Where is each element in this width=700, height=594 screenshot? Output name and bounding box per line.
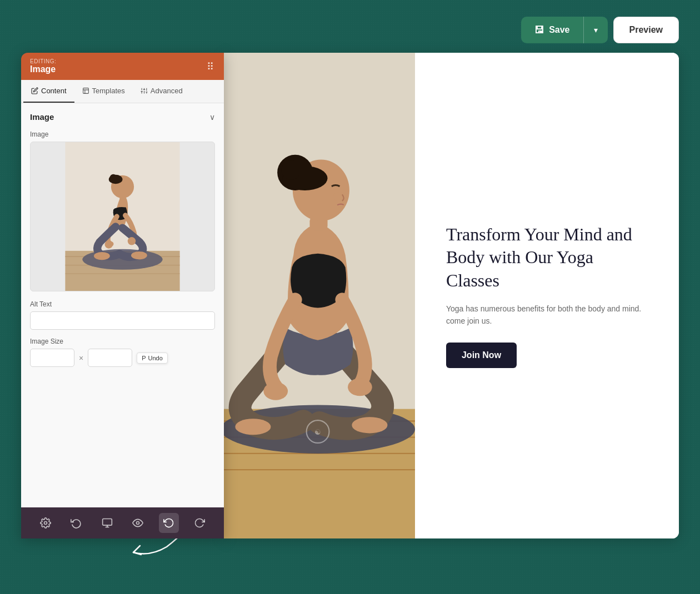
yoga-hero-svg: ☯ <box>224 53 415 538</box>
settings-icon <box>40 517 51 528</box>
svg-point-18 <box>110 174 117 181</box>
svg-point-20 <box>94 252 110 260</box>
svg-point-43 <box>348 378 372 396</box>
preview-area: ☯ Transform Your Mind and Body with Our … <box>224 53 679 538</box>
preview-mode-button[interactable] <box>128 513 148 533</box>
svg-point-23 <box>128 237 136 245</box>
template-icon <box>82 87 89 94</box>
section-title: Image <box>30 112 54 122</box>
save-icon: 🖫 <box>534 24 544 36</box>
grid-icon: ⠿ <box>207 61 215 73</box>
alt-text-input[interactable] <box>30 311 215 330</box>
tab-content[interactable]: Content <box>23 80 74 103</box>
image-field-group: Image <box>30 130 215 291</box>
size-row: × P Undo <box>30 349 215 367</box>
svg-point-44 <box>235 419 271 435</box>
svg-point-22 <box>105 240 113 248</box>
svg-point-28 <box>137 522 139 525</box>
svg-rect-25 <box>102 519 112 526</box>
undo-icon-small: P <box>142 355 146 361</box>
top-toolbar: 🖫 Save ▾ Preview <box>21 17 679 43</box>
alt-text-field-group: Alt Text <box>30 300 215 330</box>
svg-point-45 <box>352 417 387 433</box>
join-now-button[interactable]: Join Now <box>446 343 517 368</box>
tab-advanced[interactable]: Advanced <box>133 80 191 103</box>
svg-rect-19 <box>119 197 125 202</box>
tab-advanced-label: Advanced <box>151 87 183 95</box>
image-section-header: Image ∨ <box>30 112 215 122</box>
hero-headline: Transform Your Mind and Body with Our Yo… <box>446 223 648 293</box>
history-icon <box>71 517 82 528</box>
yoga-image-bg: ☯ <box>224 53 415 538</box>
chevron-down-icon: ▾ <box>594 26 598 34</box>
tab-templates[interactable]: Templates <box>74 80 133 103</box>
editor-toolbar <box>21 507 224 538</box>
tab-content-label: Content <box>41 87 67 95</box>
image-size-label: Image Size <box>30 338 215 345</box>
image-field-label: Image <box>30 130 215 138</box>
hero-image-col: ☯ <box>224 53 415 538</box>
pencil-icon <box>31 87 38 94</box>
settings-button[interactable] <box>36 513 56 533</box>
height-input[interactable] <box>88 349 132 367</box>
undo-tooltip: P Undo <box>137 353 168 364</box>
save-button[interactable]: 🖫 Save <box>521 17 583 43</box>
svg-rect-0 <box>83 88 88 94</box>
size-separator: × <box>79 354 83 363</box>
editor-header: EDITING: Image ⠿ <box>21 53 224 80</box>
editor-header-left: EDITING: Image <box>30 58 56 74</box>
image-preview[interactable] <box>30 142 215 291</box>
redo-button[interactable] <box>189 513 209 533</box>
save-dropdown-button[interactable]: ▾ <box>583 17 608 43</box>
collapse-icon[interactable]: ∨ <box>209 113 215 122</box>
svg-point-38 <box>333 192 346 202</box>
editor-panel: EDITING: Image ⠿ Content Templ <box>21 53 224 538</box>
svg-point-41 <box>281 160 301 180</box>
tab-templates-label: Templates <box>92 87 125 95</box>
save-button-group: 🖫 Save ▾ <box>521 17 607 43</box>
alt-text-label: Alt Text <box>30 300 215 308</box>
svg-point-42 <box>263 382 288 400</box>
editing-title: Image <box>30 64 56 74</box>
desktop-view-button[interactable] <box>97 513 117 533</box>
desktop-icon <box>102 517 113 528</box>
redo-icon <box>194 517 205 528</box>
editor-tabs: Content Templates <box>21 80 224 103</box>
svg-text:☯: ☯ <box>314 428 321 436</box>
hero-section: ☯ Transform Your Mind and Body with Our … <box>224 53 679 538</box>
save-label: Save <box>549 25 569 35</box>
editing-label: EDITING: <box>30 58 56 64</box>
undo-label: Undo <box>148 355 163 361</box>
yoga-preview-svg <box>31 142 214 291</box>
svg-point-21 <box>131 251 147 259</box>
eye-icon <box>132 517 143 528</box>
main-wrapper: EDITING: Image ⠿ Content Templ <box>21 53 679 538</box>
editor-body: Image ∨ Image <box>21 103 224 507</box>
svg-point-24 <box>44 522 47 525</box>
sliders-icon <box>141 87 148 94</box>
hero-subtext: Yoga has numerous benefits for both the … <box>446 303 648 328</box>
image-size-field-group: Image Size × P Undo <box>30 338 215 367</box>
hero-content-col: Transform Your Mind and Body with Our Yo… <box>415 53 679 538</box>
width-input[interactable] <box>30 349 74 367</box>
undo-icon <box>163 517 174 528</box>
history-button[interactable] <box>66 513 86 533</box>
undo-button[interactable] <box>159 513 179 533</box>
preview-button[interactable]: Preview <box>613 17 679 43</box>
